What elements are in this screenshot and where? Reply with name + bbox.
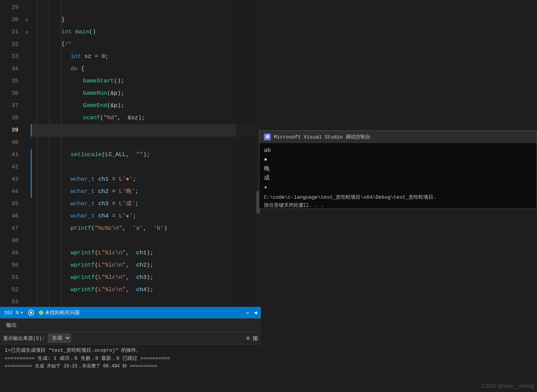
code-line-33: do {	[31, 51, 261, 63]
code-line-44: wchar_t ch4 = L'★';	[31, 186, 261, 198]
output-tab[interactable]: 输出	[0, 319, 261, 332]
code-line-52	[31, 284, 261, 296]
source-select[interactable]: 生成	[48, 334, 71, 343]
fold-indicators: ⊟ ⊟	[23, 0, 31, 318]
output-content: 1>已完成生成项目 "test_贪吃蛇项目.vcxproj" 的操作。 ====…	[0, 344, 261, 372]
output-line-1: 1>已完成生成项目 "test_贪吃蛇项目.vcxproj" 的操作。	[5, 347, 256, 355]
code-line-36: GameEnd(&p);	[31, 87, 261, 100]
code-line-31: {/*	[31, 26, 261, 38]
robot-icon[interactable]	[28, 310, 34, 316]
console-content: ab ● 晚 成 ★ C:\code\c-language\test_贪吃蛇项目…	[259, 143, 537, 209]
output-line-2: ========== 生成: 1 成功，0 失败，0 最新，0 已跳过 ====…	[5, 355, 256, 363]
code-line-46: printf("%c%c\n", 'a', 'b')	[31, 210, 261, 222]
console-line-cheng: 成	[264, 174, 532, 183]
console-titlebar: 调 Microsoft Visual Studio 调试控制台	[259, 131, 537, 143]
code-line-30: int main()	[31, 14, 261, 26]
console-icon: 调	[264, 133, 271, 140]
console-path: C:\code\c-language\test_贪吃蛇项目\x64\Debug\…	[264, 194, 532, 202]
output-panel: 输出 显示输出来源(S): 生成 ≡ ⊞ 1>已完成生成项目 "test_贪吃蛇…	[0, 318, 261, 392]
code-line-41: wchar_t ch1 = L'●';	[31, 149, 261, 161]
code-line-48: wprintf(L"%lc\n", ch1);	[31, 235, 261, 247]
watermark: CSDN @wan__cheng	[481, 383, 534, 389]
code-line-37: scanf("%d", &sz);	[31, 100, 261, 112]
code-line-50: wprintf(L"%lc\n", ch3);	[31, 259, 261, 272]
code-line-32: int sz = 0;	[31, 38, 261, 51]
code-line-49: wprintf(L"%lc\n", ch2);	[31, 247, 261, 259]
code-line-51: wprintf(L"%lc\n", ch4);	[31, 272, 261, 284]
panel-toolbar: 显示输出来源(S): 生成 ≡ ⊞	[0, 332, 261, 344]
clear-output-button[interactable]: ≡	[246, 335, 250, 342]
console-hint: 按任意键关闭此窗口. . .	[264, 202, 532, 209]
minimap	[236, 0, 255, 318]
svg-point-1	[30, 311, 32, 314]
code-line-42: wchar_t ch2 = L'晚';	[31, 161, 261, 173]
code-line-34: GameStart();	[31, 63, 261, 75]
output-line-3: ========== 生成 开始于 20:33，并花费了 00.494 秒 ==…	[5, 363, 256, 370]
code-area[interactable]: } int main() {/* int sz = 0; do { GameSt…	[31, 0, 261, 318]
no-issues-indicator: 未找到相关问题	[39, 309, 80, 316]
code-line-29: }	[31, 2, 261, 14]
code-line-38: } while (sz == 1);*/	[31, 112, 261, 124]
pin-output-button[interactable]: ⊞	[253, 334, 258, 342]
console-line-ab: ab	[264, 146, 532, 155]
arrow-icon: ◀	[254, 310, 257, 316]
cursor-icon: ✏	[246, 310, 249, 316]
code-line-43: wchar_t ch3 = L'成';	[31, 173, 261, 186]
code-line-40: setlocale(LC_ALL, "");	[31, 137, 261, 149]
console-window[interactable]: 调 Microsoft Visual Studio 调试控制台 ab ● 晚 成…	[259, 130, 537, 209]
console-title: Microsoft Visual Studio 调试控制台	[274, 133, 371, 140]
zoom-level[interactable]: 102 % ▾	[4, 310, 23, 316]
code-line-39	[31, 124, 261, 137]
status-bar: 102 % ▾ 未找到相关问题 ✏ ◀	[0, 307, 261, 318]
line-numbers: 29 30 31 32 33 34 35 36 37 38 39 40 41 4…	[0, 0, 23, 318]
console-line-star: ★	[264, 183, 532, 192]
code-line-45	[31, 198, 261, 210]
console-line-circle: ●	[264, 155, 532, 165]
code-editor[interactable]: 29 30 31 32 33 34 35 36 37 38 39 40 41 4…	[0, 0, 261, 318]
code-line-35: GameRun(&p);	[31, 75, 261, 87]
code-line-47	[31, 222, 261, 235]
console-line-wan: 晚	[264, 165, 532, 174]
